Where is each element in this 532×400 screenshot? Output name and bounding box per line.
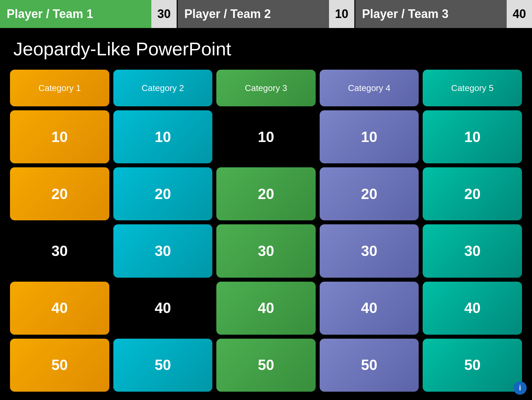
category-1-header[interactable]: Category 1 [10,70,109,106]
cell-1-20[interactable]: 20 [10,167,109,220]
team3-score: 40 [507,0,532,28]
cell-2-40[interactable]: 40 [113,282,213,335]
team3-block: Player / Team 3 40 [355,0,532,28]
category-5-header[interactable]: Category 5 [423,70,522,106]
category-2-header[interactable]: Category 2 [113,70,213,106]
cell-3-30[interactable]: 30 [216,224,316,277]
cell-5-40[interactable]: 40 [423,282,522,335]
team1-score: 30 [151,0,177,28]
category-4-header[interactable]: Category 4 [320,70,419,106]
cell-3-50[interactable]: 50 [216,339,316,392]
cell-4-10[interactable]: 10 [320,110,419,163]
cell-1-50[interactable]: 50 [10,339,109,392]
team1-name: Player / Team 1 [0,0,151,28]
cell-2-10[interactable]: 10 [113,110,213,163]
cell-5-20[interactable]: 20 [423,167,522,220]
cell-2-50[interactable]: 50 [113,339,213,392]
cell-1-40[interactable]: 40 [10,282,109,335]
cell-2-20[interactable]: 20 [113,167,213,220]
cell-4-20[interactable]: 20 [320,167,419,220]
cell-5-10[interactable]: 10 [423,110,522,163]
cell-4-50[interactable]: 50 [320,339,419,392]
cell-5-30[interactable]: 30 [423,224,522,277]
category-3-header[interactable]: Category 3 [216,70,316,106]
team3-name: Player / Team 3 [355,0,507,28]
cell-1-30[interactable]: 30 [10,224,109,277]
team2-name: Player / Team 2 [178,0,329,28]
cell-3-40[interactable]: 40 [216,282,316,335]
info-button[interactable]: i [513,381,527,395]
cell-2-30[interactable]: 30 [113,224,213,277]
game-grid: Category 1 Category 2 Category 3 Categor… [0,66,532,398]
cell-4-30[interactable]: 30 [320,224,419,277]
cell-3-10[interactable]: 10 [216,110,316,163]
cell-5-50[interactable]: 50 [423,339,522,392]
page-title: Jeopardy-Like PowerPoint [0,28,532,66]
cell-3-20[interactable]: 20 [216,167,316,220]
cell-1-10[interactable]: 10 [10,110,109,163]
score-bar: Player / Team 1 30 Player / Team 2 10 Pl… [0,0,532,28]
team2-score: 10 [329,0,354,28]
team2-block: Player / Team 2 10 [178,0,354,28]
team1-block: Player / Team 1 30 [0,0,177,28]
cell-4-40[interactable]: 40 [320,282,419,335]
